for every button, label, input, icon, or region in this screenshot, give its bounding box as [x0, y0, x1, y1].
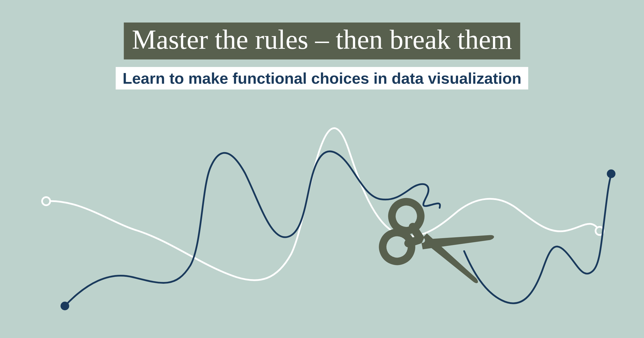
svg-point-3 [607, 169, 615, 178]
page-subtitle: Learn to make functional choices in data… [116, 67, 528, 89]
page-title: Master the rules – then break them [124, 23, 520, 59]
svg-point-2 [61, 302, 69, 310]
svg-point-0 [42, 197, 50, 205]
